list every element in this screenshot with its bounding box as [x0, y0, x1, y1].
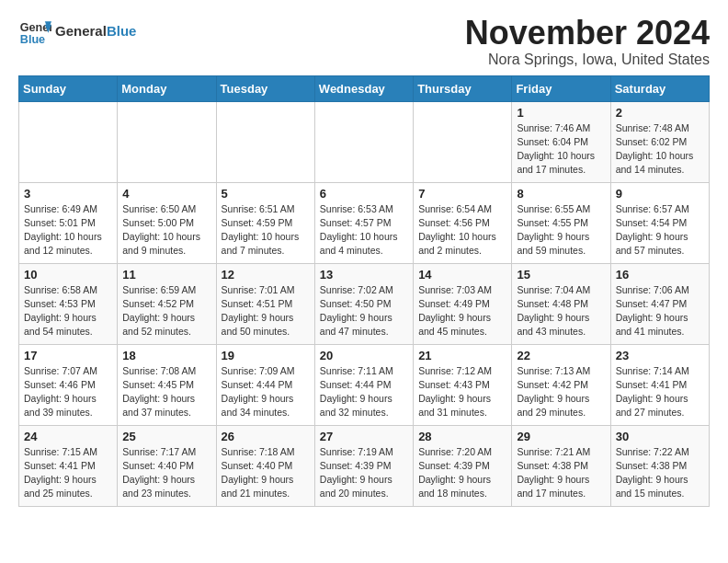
day-info: Sunrise: 6:53 AM Sunset: 4:57 PM Dayligh… — [320, 202, 408, 259]
day-number: 20 — [320, 349, 408, 362]
day-cell: 14Sunrise: 7:03 AM Sunset: 4:49 PM Dayli… — [414, 263, 512, 344]
day-info: Sunrise: 7:13 AM Sunset: 4:42 PM Dayligh… — [517, 364, 605, 420]
day-info: Sunrise: 7:12 AM Sunset: 4:43 PM Dayligh… — [418, 364, 506, 420]
day-info: Sunrise: 7:46 AM Sunset: 6:04 PM Dayligh… — [517, 121, 605, 178]
day-cell: 20Sunrise: 7:11 AM Sunset: 4:44 PM Dayli… — [314, 344, 413, 425]
day-info: Sunrise: 7:14 AM Sunset: 4:41 PM Dayligh… — [616, 364, 704, 420]
day-number: 23 — [616, 349, 704, 362]
day-cell: 2Sunrise: 7:48 AM Sunset: 6:02 PM Daylig… — [610, 101, 709, 182]
day-info: Sunrise: 6:55 AM Sunset: 4:55 PM Dayligh… — [517, 202, 605, 259]
day-number: 27 — [320, 430, 408, 443]
day-cell: 15Sunrise: 7:04 AM Sunset: 4:48 PM Dayli… — [512, 263, 610, 344]
day-info: Sunrise: 6:50 AM Sunset: 5:00 PM Dayligh… — [122, 202, 210, 259]
day-cell — [118, 101, 216, 182]
day-info: Sunrise: 7:20 AM Sunset: 4:39 PM Dayligh… — [418, 445, 506, 501]
day-cell: 3Sunrise: 6:49 AM Sunset: 5:01 PM Daylig… — [19, 182, 118, 263]
day-info: Sunrise: 7:01 AM Sunset: 4:51 PM Dayligh… — [222, 283, 310, 339]
day-cell: 25Sunrise: 7:17 AM Sunset: 4:40 PM Dayli… — [118, 425, 216, 506]
day-cell: 26Sunrise: 7:18 AM Sunset: 4:40 PM Dayli… — [216, 425, 314, 506]
day-number: 10 — [24, 268, 112, 282]
day-number: 3 — [24, 187, 112, 201]
day-info: Sunrise: 6:49 AM Sunset: 5:01 PM Dayligh… — [24, 202, 112, 259]
logo-text-block: GeneralBlue — [55, 24, 136, 40]
day-cell: 7Sunrise: 6:54 AM Sunset: 4:56 PM Daylig… — [414, 182, 512, 263]
week-row-4: 17Sunrise: 7:07 AM Sunset: 4:46 PM Dayli… — [19, 344, 710, 425]
day-info: Sunrise: 7:17 AM Sunset: 4:40 PM Dayligh… — [122, 445, 210, 501]
day-cell: 1Sunrise: 7:46 AM Sunset: 6:04 PM Daylig… — [512, 101, 610, 182]
day-info: Sunrise: 7:04 AM Sunset: 4:48 PM Dayligh… — [517, 283, 605, 339]
day-info: Sunrise: 7:48 AM Sunset: 6:02 PM Dayligh… — [616, 121, 704, 178]
day-cell: 29Sunrise: 7:21 AM Sunset: 4:38 PM Dayli… — [512, 425, 610, 506]
weekday-header-sunday: Sunday — [19, 75, 118, 101]
day-cell: 11Sunrise: 6:59 AM Sunset: 4:52 PM Dayli… — [118, 263, 216, 344]
day-cell: 28Sunrise: 7:20 AM Sunset: 4:39 PM Dayli… — [414, 425, 512, 506]
day-info: Sunrise: 7:15 AM Sunset: 4:41 PM Dayligh… — [24, 445, 112, 501]
day-info: Sunrise: 7:06 AM Sunset: 4:47 PM Dayligh… — [616, 283, 704, 339]
day-number: 24 — [24, 430, 112, 443]
location: Nora Springs, Iowa, United States — [465, 52, 710, 68]
day-number: 30 — [616, 430, 704, 443]
day-cell: 22Sunrise: 7:13 AM Sunset: 4:42 PM Dayli… — [512, 344, 610, 425]
logo: General Blue GeneralBlue — [18, 15, 136, 48]
day-number: 5 — [222, 187, 310, 201]
day-number: 7 — [418, 187, 506, 201]
week-row-3: 10Sunrise: 6:58 AM Sunset: 4:53 PM Dayli… — [19, 263, 710, 344]
day-number: 17 — [24, 349, 112, 362]
svg-text:Blue: Blue — [20, 33, 45, 46]
day-number: 8 — [517, 187, 605, 201]
day-info: Sunrise: 6:59 AM Sunset: 4:52 PM Dayligh… — [122, 283, 210, 339]
day-number: 18 — [122, 349, 210, 362]
week-row-1: 1Sunrise: 7:46 AM Sunset: 6:04 PM Daylig… — [19, 101, 710, 182]
day-number: 13 — [320, 268, 408, 282]
logo-general: General — [55, 23, 107, 39]
day-number: 2 — [616, 106, 704, 120]
day-cell: 18Sunrise: 7:08 AM Sunset: 4:45 PM Dayli… — [118, 344, 216, 425]
day-cell: 6Sunrise: 6:53 AM Sunset: 4:57 PM Daylig… — [314, 182, 413, 263]
day-number: 28 — [418, 430, 506, 443]
day-cell: 27Sunrise: 7:19 AM Sunset: 4:39 PM Dayli… — [314, 425, 413, 506]
month-title: November 2024 — [465, 15, 710, 52]
day-number: 16 — [616, 268, 704, 282]
week-row-5: 24Sunrise: 7:15 AM Sunset: 4:41 PM Dayli… — [19, 425, 710, 506]
day-number: 26 — [222, 430, 310, 443]
day-info: Sunrise: 6:58 AM Sunset: 4:53 PM Dayligh… — [24, 283, 112, 339]
day-cell: 9Sunrise: 6:57 AM Sunset: 4:54 PM Daylig… — [610, 182, 709, 263]
day-number: 4 — [122, 187, 210, 201]
weekday-header-friday: Friday — [512, 75, 610, 101]
day-number: 29 — [517, 430, 605, 443]
day-info: Sunrise: 7:22 AM Sunset: 4:38 PM Dayligh… — [616, 445, 704, 501]
weekday-header-thursday: Thursday — [414, 75, 512, 101]
day-info: Sunrise: 7:03 AM Sunset: 4:49 PM Dayligh… — [418, 283, 506, 339]
day-number: 12 — [222, 268, 310, 282]
calendar-page: General Blue GeneralBlue November 2024 N… — [0, 0, 728, 522]
day-cell: 16Sunrise: 7:06 AM Sunset: 4:47 PM Dayli… — [610, 263, 709, 344]
day-cell: 17Sunrise: 7:07 AM Sunset: 4:46 PM Dayli… — [19, 344, 118, 425]
day-cell: 30Sunrise: 7:22 AM Sunset: 4:38 PM Dayli… — [610, 425, 709, 506]
calendar-table: SundayMondayTuesdayWednesdayThursdayFrid… — [18, 75, 710, 507]
week-row-2: 3Sunrise: 6:49 AM Sunset: 5:01 PM Daylig… — [19, 182, 710, 263]
day-info: Sunrise: 6:51 AM Sunset: 4:59 PM Dayligh… — [222, 202, 310, 259]
logo-icon: General Blue — [18, 15, 51, 48]
day-number: 21 — [418, 349, 506, 362]
day-number: 15 — [517, 268, 605, 282]
day-number: 22 — [517, 349, 605, 362]
day-info: Sunrise: 7:11 AM Sunset: 4:44 PM Dayligh… — [320, 364, 408, 420]
day-info: Sunrise: 6:57 AM Sunset: 4:54 PM Dayligh… — [616, 202, 704, 259]
day-cell: 8Sunrise: 6:55 AM Sunset: 4:55 PM Daylig… — [512, 182, 610, 263]
day-cell — [19, 101, 118, 182]
day-cell: 24Sunrise: 7:15 AM Sunset: 4:41 PM Dayli… — [19, 425, 118, 506]
day-number: 11 — [122, 268, 210, 282]
day-cell: 10Sunrise: 6:58 AM Sunset: 4:53 PM Dayli… — [19, 263, 118, 344]
day-number: 19 — [222, 349, 310, 362]
day-number: 25 — [122, 430, 210, 443]
day-cell: 23Sunrise: 7:14 AM Sunset: 4:41 PM Dayli… — [610, 344, 709, 425]
day-info: Sunrise: 7:02 AM Sunset: 4:50 PM Dayligh… — [320, 283, 408, 339]
day-cell: 12Sunrise: 7:01 AM Sunset: 4:51 PM Dayli… — [216, 263, 314, 344]
day-info: Sunrise: 7:18 AM Sunset: 4:40 PM Dayligh… — [222, 445, 310, 501]
day-cell: 13Sunrise: 7:02 AM Sunset: 4:50 PM Dayli… — [314, 263, 413, 344]
weekday-header-tuesday: Tuesday — [216, 75, 314, 101]
day-cell — [216, 101, 314, 182]
day-cell — [314, 101, 413, 182]
day-cell: 4Sunrise: 6:50 AM Sunset: 5:00 PM Daylig… — [118, 182, 216, 263]
day-info: Sunrise: 7:08 AM Sunset: 4:45 PM Dayligh… — [122, 364, 210, 420]
